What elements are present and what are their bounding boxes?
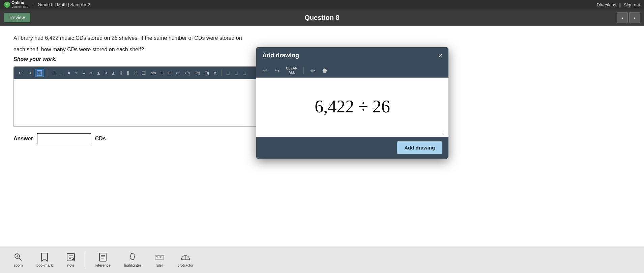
question-text-line1: A library had 6,422 music CDs stored on … (13, 34, 631, 43)
undo-button[interactable]: ↩ (17, 70, 24, 76)
bottom-toolbar: zoom bookmark note (0, 246, 644, 273)
modal-toolbar: ↩ ↪ CLEARALL ✏ ⬟ (256, 64, 448, 78)
ruler-label: ruler (156, 263, 163, 267)
matrix3-button[interactable]: ⣿ (133, 70, 138, 76)
svg-rect-10 (99, 253, 106, 261)
bookmark-icon (40, 252, 49, 262)
gt-button[interactable]: > (103, 70, 109, 76)
note-tool[interactable]: note (59, 250, 82, 270)
online-badge: Online Version 68.0 (4, 1, 28, 8)
plus-button[interactable]: + (51, 70, 57, 76)
nav-separator: | (32, 2, 33, 7)
answer-unit: CDs (95, 136, 106, 142)
review-button[interactable]: Review (4, 13, 30, 22)
modal-close-button[interactable]: × (438, 52, 442, 59)
pen-button[interactable]: ✏ (309, 66, 317, 75)
top-navigation: Online Version 68.0 | Grade 5 | Math | S… (0, 0, 644, 9)
reference-tool[interactable]: reference (88, 250, 117, 270)
paren-button[interactable]: (0) (184, 70, 191, 76)
nav-divider: || (619, 2, 621, 7)
drawing-text: 6,422 ÷ 26 (315, 96, 390, 116)
nav-arrows: ‹ › (617, 12, 640, 23)
zoom-label: zoom (14, 263, 23, 267)
clear-all-button[interactable]: CLEARALL (285, 66, 299, 75)
redo-button[interactable]: ↪ (26, 70, 33, 76)
answer-label: Answer (13, 136, 33, 142)
modal-header: Add drawing × (256, 47, 448, 64)
add-drawing-modal: Add drawing × ↩ ↪ CLEARALL ✏ ⬟ 6,422 ÷ 2… (256, 47, 448, 159)
sq1-button[interactable]: ⬚ (225, 70, 231, 76)
modal-undo-button[interactable]: ↩ (261, 66, 269, 75)
online-version: Version 68.0 (11, 5, 28, 9)
nav-left: Online Version 68.0 | Grade 5 | Math | S… (4, 1, 90, 8)
resize-handle[interactable]: ⟍ (442, 131, 447, 135)
divide-button[interactable]: ÷ (74, 70, 79, 76)
protractor-icon (181, 252, 190, 262)
answer-input[interactable] (37, 133, 91, 144)
prev-button[interactable]: ‹ (617, 12, 628, 23)
modal-toolbar-sep (303, 67, 304, 74)
neq-button[interactable]: ≠ (212, 70, 218, 76)
svg-line-1 (37, 71, 42, 75)
fraction-button[interactable]: a/b (149, 70, 157, 76)
protractor-label: protractor (178, 263, 194, 267)
modal-title: Add drawing (262, 52, 299, 59)
sq3-button[interactable]: ⬚ (241, 70, 247, 76)
abs-button[interactable]: |∅| (193, 70, 201, 76)
matrix1-button[interactable]: ⣿ (118, 70, 123, 76)
toolbar-sep-1 (48, 70, 48, 76)
online-text: Online Version 68.0 (11, 1, 28, 8)
bookmark-label: bookmark (36, 263, 53, 267)
equals-button[interactable]: = (81, 70, 86, 76)
bookmark-tool[interactable]: bookmark (30, 250, 59, 270)
minus-button[interactable]: − (59, 70, 64, 76)
eraser-button[interactable]: ⬟ (320, 66, 329, 75)
ruler-tool[interactable]: ruler (148, 250, 171, 270)
highlighter-icon (128, 252, 137, 262)
highlighter-tool[interactable]: highlighter (117, 250, 148, 270)
online-indicator (4, 2, 10, 8)
matrix2-button[interactable]: ⣿ (125, 70, 131, 76)
select-button[interactable] (35, 69, 44, 77)
lte-button[interactable]: ≤ (96, 70, 101, 76)
sym5-button[interactable]: ⊞ (159, 70, 165, 76)
sym6-button[interactable]: ⊟ (167, 70, 173, 76)
modal-footer: Add drawing (256, 137, 448, 159)
nav-right: Directions || Sign out (597, 2, 640, 7)
reference-icon (98, 252, 108, 262)
add-drawing-button[interactable]: Add drawing (397, 141, 442, 154)
signout-link[interactable]: Sign out (624, 2, 640, 7)
drawing-canvas[interactable]: 6,422 ÷ 26 ⟍ (256, 78, 448, 137)
note-label: note (67, 263, 75, 267)
highlighter-label: highlighter (124, 263, 141, 267)
next-button[interactable]: › (629, 12, 640, 23)
protractor-tool[interactable]: protractor (171, 250, 200, 270)
bottom-divider (85, 251, 85, 268)
svg-rect-14 (130, 253, 135, 260)
question-title: Question 8 (304, 14, 339, 22)
svg-line-3 (19, 258, 22, 261)
box-button[interactable]: ☐ (140, 70, 147, 76)
gte-button[interactable]: ≥ (111, 70, 116, 76)
math-toolbar: ↩ ↪ + − × ÷ = < ≤ > ≥ ⣿ ⣿ ⣿ ☐ a/b ⊞ ⊟ ▭ … (13, 66, 270, 79)
reference-label: reference (95, 263, 110, 267)
modal-redo-button[interactable]: ↪ (273, 66, 281, 75)
rect-button[interactable]: ▭ (175, 70, 182, 76)
braces-button[interactable]: {0} (203, 70, 210, 76)
ruler-icon (155, 252, 164, 262)
sq2-button[interactable]: ⬚ (233, 70, 239, 76)
work-area[interactable] (13, 79, 270, 127)
online-title: Online (11, 1, 28, 5)
lt-button[interactable]: < (88, 70, 94, 76)
toolbar-sep-2 (221, 70, 222, 76)
zoom-tool[interactable]: zoom (7, 250, 30, 270)
times-button[interactable]: × (66, 70, 71, 76)
question-header: Review Question 8 ‹ › (0, 9, 644, 26)
zoom-icon (13, 252, 23, 262)
breadcrumb: Grade 5 | Math | Sampler 2 (37, 2, 90, 7)
note-icon (66, 252, 76, 262)
directions-link[interactable]: Directions (597, 2, 616, 7)
